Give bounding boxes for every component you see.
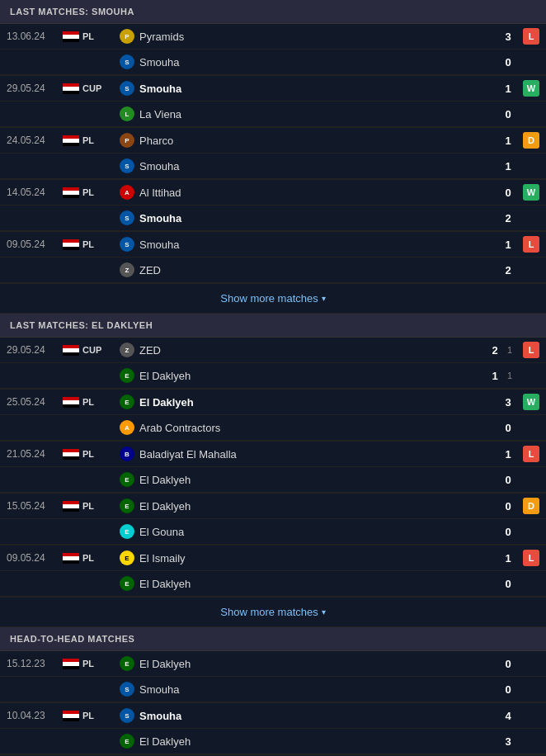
team-inner: BBaladiyat El Mahalla1	[120, 445, 516, 463]
match-row: SSmouha1	[0, 154, 546, 179]
show-more-button[interactable]: Show more matches▾	[0, 598, 546, 627]
team-inner: EEl Ismaily1	[120, 549, 516, 567]
section-header-head-to-head: HEAD-TO-HEAD MATCHES	[0, 627, 546, 651]
team-line: AArab Contractors0	[116, 418, 516, 437]
result-badge: W	[523, 394, 539, 410]
match-competition: CUP	[63, 83, 116, 94]
team-inner: SSmouha1	[120, 157, 516, 175]
match-date: 13.06.24	[7, 31, 63, 42]
country-flag	[63, 449, 79, 460]
team-name: Pyramids	[139, 31, 500, 43]
team-score: 0	[500, 526, 516, 538]
team-line: SSmouha0	[116, 680, 516, 698]
match-row: EEl Daklyeh3	[0, 729, 546, 754]
team-line: SSmouha1	[116, 157, 516, 175]
team-name: Smouha	[139, 683, 500, 696]
team-name: El Daklyeh	[139, 370, 487, 382]
team-inner: EEl Daklyeh0	[120, 574, 516, 593]
team-score: 1	[487, 370, 503, 382]
team-score: 3	[500, 396, 516, 409]
match-pair: 15.12.23PLEEl Daklyeh0SSmouha0	[0, 651, 546, 703]
section-header-last-matches-smouha: LAST MATCHES: SMOUHA	[0, 0, 546, 24]
team-score: 1	[500, 135, 516, 147]
team-inner: EEl Daklyeh11	[120, 366, 516, 385]
team-score: 0	[500, 683, 516, 696]
result-badge: W	[523, 184, 539, 201]
team-score: 1	[500, 83, 516, 95]
team-line: EEl Daklyeh0	[116, 497, 516, 515]
team-line: LLa Viena0	[116, 105, 516, 123]
competition-label: CUP	[82, 345, 101, 355]
section-header-last-matches-eldaklyeh: LAST MATCHES: EL DAKLYEH	[0, 314, 546, 338]
team-name: Smouha	[139, 83, 500, 95]
team-name: Baladiyat El Mahalla	[139, 448, 500, 461]
team-line: BBaladiyat El Mahalla1	[116, 445, 516, 463]
team-score: 3	[500, 31, 516, 43]
result-badge: L	[523, 342, 539, 358]
team-name: Smouha	[139, 710, 500, 722]
team-line: EEl Daklyeh3	[116, 732, 516, 750]
team-icon: E	[120, 395, 134, 409]
competition-label: PL	[82, 449, 94, 459]
match-row: 14.05.24PLAAl Ittihad0W	[0, 180, 546, 206]
team-agg-score: 1	[503, 345, 516, 355]
team-name: Al Ittihad	[139, 187, 500, 199]
show-more-button[interactable]: Show more matches▾	[0, 284, 546, 314]
competition-label: PL	[82, 501, 94, 511]
team-name: La Viena	[139, 108, 500, 120]
team-icon: L	[120, 106, 134, 121]
match-row: SSmouha0	[0, 677, 546, 702]
team-line: SSmouha4	[116, 706, 516, 725]
match-pair: 24.05.24PLPPharco1DSSmouha1	[0, 128, 546, 180]
team-name: El Gouna	[139, 526, 500, 538]
match-row: 24.05.24PLPPharco1D	[0, 128, 546, 154]
result-badge: D	[523, 498, 539, 514]
result-badge: L	[523, 446, 539, 462]
match-row: EEl Daklyeh0	[0, 571, 546, 597]
team-icon: E	[120, 656, 134, 671]
competition-label: PL	[82, 187, 94, 197]
match-pair: 14.05.24PLAAl Ittihad0WSSmouha2	[0, 180, 546, 232]
team-score: 0	[500, 422, 516, 434]
country-flag	[63, 501, 79, 512]
team-line: AAl Ittihad0	[116, 183, 516, 201]
match-row: 09.05.24PLSSmouha1L	[0, 232, 546, 258]
team-score: 3	[500, 735, 516, 748]
team-inner: EEl Daklyeh3	[120, 393, 516, 411]
match-date: 24.05.24	[7, 135, 63, 146]
chevron-down-icon: ▾	[322, 294, 326, 303]
match-competition: PL	[63, 31, 116, 42]
team-inner: PPharco1	[120, 131, 516, 149]
match-pair: 10.04.23PLSSmouha4EEl Daklyeh3	[0, 703, 546, 755]
team-name: El Daklyeh	[139, 658, 500, 670]
show-more-label: Show more matches	[220, 292, 318, 305]
country-flag	[63, 83, 79, 94]
team-agg-score: 1	[503, 371, 516, 380]
team-score: 1	[500, 448, 516, 461]
match-pair: 29.05.24CUPSSmouha1WLLa Viena0	[0, 76, 546, 128]
match-row: ZZED2	[0, 258, 546, 283]
match-row: 15.05.24PLEEl Daklyeh0D	[0, 494, 546, 519]
team-line: EEl Daklyeh0	[116, 470, 516, 489]
match-date: 09.05.24	[7, 552, 63, 564]
competition-label: PL	[82, 553, 94, 563]
match-competition: PL	[63, 239, 116, 250]
team-name: El Daklyeh	[139, 396, 500, 409]
team-score: 1	[500, 239, 516, 251]
team-line: PPyramids3	[116, 27, 516, 45]
competition-label: CUP	[82, 83, 101, 93]
team-icon: S	[120, 158, 134, 173]
team-inner: PPyramids3	[120, 27, 516, 45]
team-inner: EEl Daklyeh3	[120, 732, 516, 750]
team-name: Smouha	[139, 160, 500, 172]
team-icon: P	[120, 133, 134, 148]
team-icon: E	[120, 498, 134, 513]
match-pair: 13.06.24PLPPyramids3LSSmouha0	[0, 24, 546, 76]
team-inner: AArab Contractors0	[120, 418, 516, 437]
competition-label: PL	[82, 31, 94, 41]
result-badge: D	[523, 132, 539, 149]
team-name: Smouha	[139, 56, 500, 69]
match-pair: 29.05.24CUPZZED21LEEl Daklyeh11	[0, 338, 546, 390]
team-icon: B	[120, 447, 134, 461]
team-inner: SSmouha2	[120, 209, 516, 227]
